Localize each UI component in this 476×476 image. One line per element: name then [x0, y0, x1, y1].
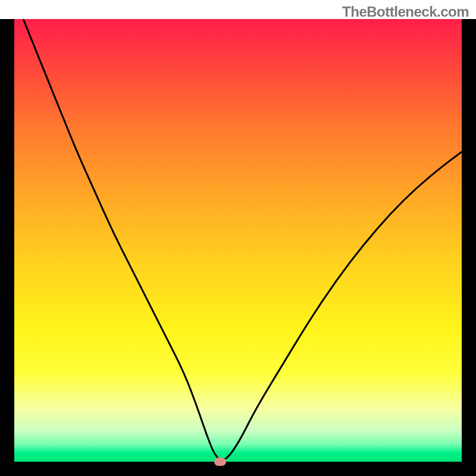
curve-svg: [14, 19, 462, 462]
watermark-text: TheBottleneck.com: [342, 4, 469, 20]
bottleneck-curve: [23, 19, 462, 460]
chart-container: TheBottleneck.com: [0, 0, 476, 476]
plot-area: [14, 19, 462, 462]
optimum-marker: [214, 458, 226, 466]
plot-frame: [0, 19, 476, 476]
